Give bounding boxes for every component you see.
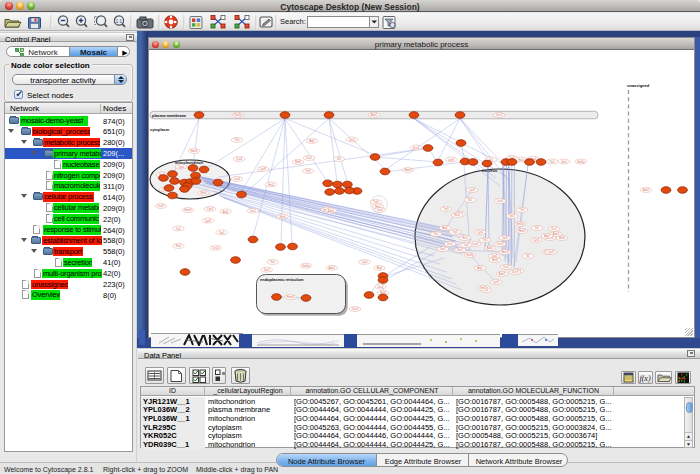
svg-text:Gcv3: Gcv3 [352,307,359,311]
svg-text:Ser2: Ser2 [509,214,515,218]
svg-text:His4: His4 [176,244,182,248]
svg-text:Hom3: Hom3 [184,208,192,212]
svg-text:Leu4: Leu4 [234,177,240,181]
svg-text:Gcv3: Gcv3 [497,242,504,246]
svg-text:Lys9: Lys9 [469,188,475,192]
svg-text:Cys4: Cys4 [236,157,243,161]
svg-text:Ilv2: Ilv2 [176,227,181,231]
svg-text:Ilv2: Ilv2 [526,254,531,258]
svg-text:Ura2: Ura2 [378,285,384,289]
svg-text:Ade2: Ade2 [487,246,494,250]
svg-text:Arg1: Arg1 [442,226,448,230]
svg-text:Thr1: Thr1 [482,238,488,242]
svg-text:Ura2: Ura2 [551,227,557,231]
svg-text:His4: His4 [268,183,274,187]
svg-text:Sml1p: Sml1p [466,253,474,257]
svg-text:Arg1: Arg1 [309,139,315,143]
svg-text:Ser2: Ser2 [349,138,355,142]
svg-text:Ade2: Ade2 [553,232,560,236]
svg-text:Ser2: Ser2 [561,160,567,164]
svg-text:Cys4: Cys4 [533,238,540,242]
svg-text:Thr1: Thr1 [270,260,276,264]
svg-text:Ser2: Ser2 [440,247,446,251]
svg-text:Ura2: Ura2 [447,242,453,246]
svg-text:Met6: Met6 [492,258,498,262]
svg-text:Cys4: Cys4 [361,260,368,264]
svg-text:Leu4: Leu4 [377,208,383,212]
svg-text:Ilv2: Ilv2 [535,226,540,230]
svg-text:endoplasmic reticulum: endoplasmic reticulum [260,277,304,282]
svg-text:Sml1p: Sml1p [234,113,242,117]
svg-text:Lys9: Lys9 [502,236,508,240]
svg-text:Ser2: Ser2 [457,248,463,252]
svg-text:Leu4: Leu4 [497,199,503,203]
svg-text:1:1: 1:1 [116,19,123,24]
svg-text:Search:: Search: [280,17,306,26]
svg-text:Trp5: Trp5 [373,200,379,204]
svg-text:Thr1: Thr1 [234,138,240,142]
svg-text:Trp5: Trp5 [452,230,458,234]
svg-text:Lys9: Lys9 [548,250,554,254]
svg-text:Sml1p: Sml1p [516,222,524,226]
svg-text:Hom3: Hom3 [190,149,198,153]
svg-text:Arg1: Arg1 [377,266,383,270]
svg-text:Ura2: Ura2 [503,265,509,269]
svg-text:Sml1p: Sml1p [577,160,585,164]
svg-text:Lys9: Lys9 [493,280,499,284]
svg-text:unassigned: unassigned [627,83,650,88]
svg-text:Ura2: Ura2 [250,209,256,213]
svg-text:Thr1: Thr1 [549,160,555,164]
svg-text:Sml1p: Sml1p [302,264,310,268]
svg-text:Gcv3: Gcv3 [496,113,503,117]
svg-text:Leu4: Leu4 [472,242,478,246]
svg-text:Ade2: Ade2 [643,188,650,192]
svg-text:Trp5: Trp5 [463,243,469,247]
svg-text:Ura2: Ura2 [306,156,312,160]
svg-text:plasma membrane: plasma membrane [152,113,187,118]
svg-text:Ade2: Ade2 [328,266,335,270]
svg-text:Ade2: Ade2 [328,209,335,213]
svg-text:Ade2: Ade2 [371,113,378,117]
svg-text:Trp5: Trp5 [305,169,311,173]
svg-text:Cys4: Cys4 [178,165,185,169]
svg-text:Met6: Met6 [559,236,565,240]
svg-text:Gcv3: Gcv3 [413,146,420,150]
svg-text:Gcv3: Gcv3 [512,270,519,274]
svg-text:Arg1: Arg1 [223,210,229,214]
svg-text:His4: His4 [462,236,468,240]
svg-text:Lys9: Lys9 [205,219,211,223]
svg-text:Hom3: Hom3 [518,229,526,233]
svg-text:Ade2: Ade2 [499,272,506,276]
svg-text:Cys4: Cys4 [477,230,484,234]
svg-text:Leu4: Leu4 [213,246,219,250]
svg-text:Sml1p: Sml1p [480,286,488,290]
svg-text:cytoplasm: cytoplasm [150,127,170,132]
svg-text:Hom3: Hom3 [287,295,295,299]
svg-text:Thr1: Thr1 [519,208,525,212]
svg-text:Hom3: Hom3 [404,168,412,172]
svg-text:Met6: Met6 [280,215,286,219]
svg-text:Ser2: Ser2 [264,268,270,272]
svg-text:Gcv3: Gcv3 [158,204,165,208]
svg-text:Lys9: Lys9 [448,158,454,162]
svg-text:Met6: Met6 [295,160,301,164]
svg-text:Arg1: Arg1 [477,266,483,270]
svg-text:Lys9: Lys9 [260,167,266,171]
svg-text:f(x): f(x) [639,374,650,383]
svg-text:Thr1: Thr1 [433,232,439,236]
svg-text:Ilv2: Ilv2 [337,157,342,161]
svg-text:Ilv2: Ilv2 [468,198,473,202]
svg-text:His4: His4 [518,158,524,162]
svg-text:Hom3: Hom3 [501,250,509,254]
svg-text:Met6: Met6 [201,191,207,195]
svg-text:Trp5: Trp5 [443,207,449,211]
svg-text:Trp5: Trp5 [219,231,225,235]
svg-text:Cys4: Cys4 [207,207,214,211]
svg-text:Arg1: Arg1 [544,234,550,238]
svg-text:His4: His4 [454,213,460,217]
